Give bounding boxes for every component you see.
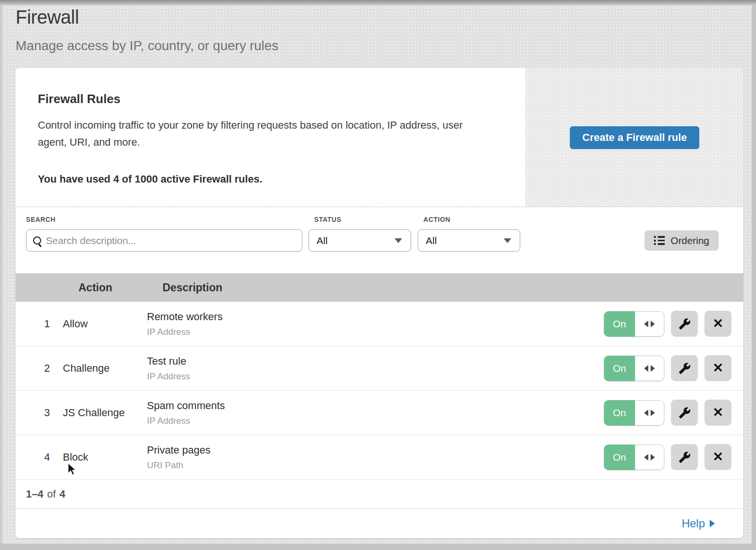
delete-rule-button[interactable]: ✕ [704, 400, 731, 426]
rule-match-type: IP Address [147, 327, 604, 337]
edit-rule-button[interactable] [671, 444, 698, 470]
help-link-label: Help [682, 517, 705, 530]
search-label: SEARCH [26, 216, 56, 223]
rule-description-cell: Private pages URI Path [147, 444, 604, 471]
banner-description: Control incoming traffic to your zone by… [38, 117, 491, 151]
rule-match-type: URI Path [147, 460, 604, 471]
edit-rule-button[interactable] [671, 311, 698, 337]
action-column-header: Action [78, 281, 163, 294]
rules-table-body: 1 Allow Remote workers IP Address On [16, 302, 743, 480]
rule-description: Private pages [147, 444, 604, 456]
wrench-icon [679, 451, 691, 463]
ordered-list-icon [654, 236, 665, 245]
table-row: 3 JS Challenge Spam comments IP Address … [16, 391, 743, 435]
rule-controls: On ✕ [604, 444, 743, 470]
chevron-down-icon [395, 238, 402, 243]
search-box[interactable] [26, 229, 302, 252]
rule-action: JS Challenge [63, 407, 147, 419]
table-row: 1 Allow Remote workers IP Address On [16, 302, 743, 346]
results-count: 1–4 of 4 [16, 480, 743, 508]
rule-action: Challenge [63, 362, 147, 375]
rule-match-type: IP Address [147, 416, 604, 426]
edit-rule-button[interactable] [671, 355, 698, 381]
rule-controls: On ✕ [604, 311, 743, 337]
help-arrow-icon [710, 520, 715, 527]
table-row: 4 Block Private pages URI Path On ✕ [16, 435, 743, 480]
wrench-icon [679, 362, 691, 375]
delete-rule-button[interactable]: ✕ [704, 311, 731, 337]
close-icon: ✕ [713, 317, 723, 330]
rule-enabled-toggle[interactable]: On [604, 400, 664, 426]
page-subtitle: Manage access by IP, country, or query r… [16, 38, 743, 53]
reorder-arrows-icon[interactable] [635, 445, 664, 470]
rule-action: Block [63, 451, 147, 463]
results-total: 4 [60, 488, 65, 500]
rule-description: Spam comments [147, 400, 604, 412]
action-select-value: All [426, 235, 437, 246]
help-link[interactable]: Help [682, 517, 715, 530]
description-column-header: Description [163, 281, 743, 294]
toggle-on-label: On [604, 445, 635, 470]
create-rule-panel: Create a Firewall rule [525, 68, 743, 207]
rule-priority: 4 [16, 451, 63, 463]
status-select-value: All [317, 235, 327, 246]
wrench-icon [679, 407, 691, 419]
page: Firewall Manage access by IP, country, o… [16, 0, 743, 538]
firewall-rules-banner: Firewall Rules Control incoming traffic … [16, 68, 743, 207]
capture-frame-right [752, 0, 756, 550]
rule-enabled-toggle[interactable]: On [604, 311, 664, 337]
create-firewall-rule-button[interactable]: Create a Firewall rule [570, 126, 699, 149]
rule-description-cell: Test rule IP Address [147, 355, 604, 382]
rule-description: Remote workers [147, 311, 604, 323]
rule-description: Test rule [147, 355, 604, 367]
banner-heading: Firewall Rules [38, 92, 497, 106]
delete-rule-button[interactable]: ✕ [704, 355, 731, 381]
reorder-arrows-icon[interactable] [635, 400, 664, 426]
capture-frame-top [0, 0, 756, 5]
toggle-on-label: On [604, 356, 635, 381]
status-label: STATUS [314, 216, 342, 223]
close-icon: ✕ [713, 451, 723, 463]
toggle-on-label: On [604, 311, 635, 337]
capture-frame-left [0, 0, 2, 550]
toggle-on-label: On [604, 400, 635, 426]
rule-action: Allow [63, 318, 147, 330]
rule-priority: 2 [16, 362, 63, 375]
help-row: Help [16, 508, 743, 538]
action-select[interactable]: All [418, 229, 520, 252]
rule-priority: 3 [16, 407, 63, 419]
results-range: 1–4 [26, 488, 43, 500]
search-icon [33, 236, 41, 244]
search-input[interactable] [46, 235, 295, 246]
ordering-button[interactable]: Ordering [644, 230, 719, 251]
reorder-arrows-icon[interactable] [635, 311, 664, 337]
rule-enabled-toggle[interactable]: On [604, 445, 664, 470]
close-icon: ✕ [713, 406, 723, 419]
rule-match-type: IP Address [147, 371, 604, 382]
rule-description-cell: Spam comments IP Address [147, 400, 604, 426]
status-select[interactable]: All [309, 229, 411, 252]
banner-usage-text: You have used 4 of 1000 active Firewall … [38, 173, 497, 185]
results-of-label: of [47, 488, 56, 500]
action-label: ACTION [423, 216, 450, 223]
edit-rule-button[interactable] [671, 400, 698, 426]
table-header-row: Action Description [16, 273, 743, 302]
wrench-icon [679, 318, 691, 330]
banner-description-panel: Firewall Rules Control incoming traffic … [16, 68, 525, 207]
filter-bar: SEARCH STATUS ACTION All All [16, 207, 743, 273]
rules-list-card: SEARCH STATUS ACTION All All [16, 207, 743, 538]
rule-description-cell: Remote workers IP Address [147, 311, 604, 337]
rule-controls: On ✕ [604, 400, 743, 426]
reorder-arrows-icon[interactable] [635, 356, 664, 381]
page-title: Firewall [16, 7, 743, 28]
chevron-down-icon [504, 238, 511, 243]
close-icon: ✕ [713, 362, 723, 375]
rule-priority: 1 [16, 318, 63, 330]
rule-controls: On ✕ [604, 355, 743, 381]
rule-enabled-toggle[interactable]: On [604, 356, 664, 381]
delete-rule-button[interactable]: ✕ [704, 444, 731, 470]
table-row: 2 Challenge Test rule IP Address On [16, 346, 743, 391]
capture-frame-bottom [0, 544, 756, 550]
ordering-button-label: Ordering [670, 235, 709, 246]
